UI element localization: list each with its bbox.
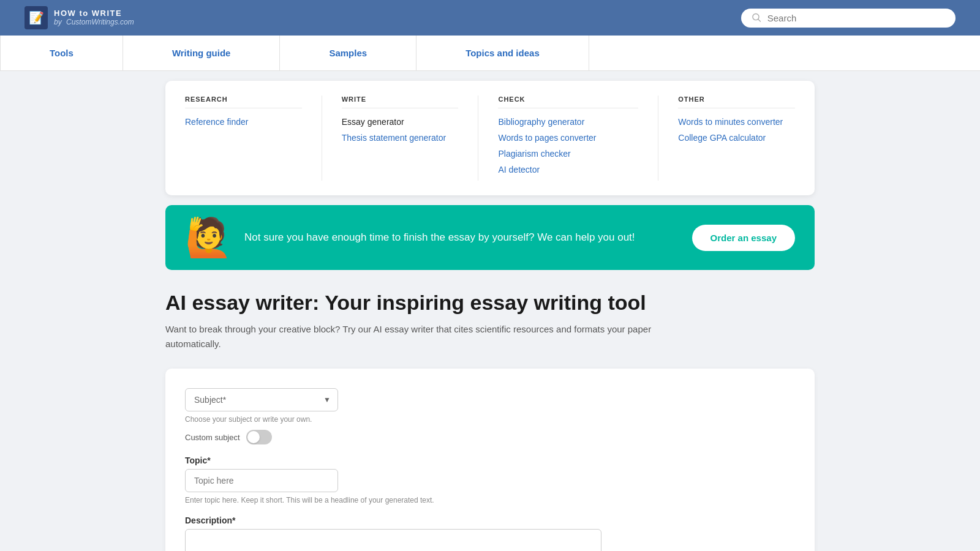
link-plagiarism-checker[interactable]: Plagiarism checker	[498, 149, 638, 159]
link-bibliography-generator[interactable]: Bibliography generator	[498, 117, 638, 127]
logo-by: by	[54, 18, 62, 26]
logo-icon: 📝	[24, 6, 48, 29]
subject-select[interactable]: Subject*	[185, 388, 338, 411]
section-title-check: CHECK	[498, 96, 638, 108]
logo-brand: CustomWritings.com	[66, 18, 134, 26]
custom-subject-row: Custom subject	[185, 430, 795, 444]
link-words-to-pages-converter[interactable]: Words to pages converter	[498, 133, 638, 143]
description-input[interactable]	[185, 529, 601, 551]
order-essay-button[interactable]: Order an essay	[692, 225, 795, 251]
section-title-research: RESEARCH	[185, 96, 302, 108]
search-bar[interactable]	[741, 9, 956, 28]
topic-hint: Enter topic here. Keep it short. This wi…	[185, 496, 491, 504]
promo-banner: 🙋 Not sure you have enough time to finis…	[165, 205, 815, 270]
dropdown-section-research: RESEARCH Reference finder	[185, 96, 322, 181]
topic-input[interactable]	[185, 469, 338, 492]
form-card: Subject* ▼ Choose your subject or write …	[165, 369, 815, 551]
link-college-gpa-calculator[interactable]: College GPA calculator	[678, 133, 795, 143]
nav-item-topics-and-ideas[interactable]: Topics and ideas	[417, 36, 589, 70]
section-title-write: WRITE	[342, 96, 459, 108]
custom-subject-label: Custom subject	[185, 433, 240, 442]
main-nav: Tools Writing guide Samples Topics and i…	[0, 36, 980, 71]
search-icon	[752, 13, 761, 23]
nav-item-samples[interactable]: Samples	[280, 36, 417, 70]
page-subtitle: Want to break through your creative bloc…	[165, 322, 692, 351]
description-label: Description*	[185, 515, 795, 525]
page-title: AI essay writer: Your inspiring essay wr…	[165, 291, 815, 315]
search-input[interactable]	[767, 13, 944, 23]
site-header: 📝 HOW to WRITE by CustomWritings.com	[0, 0, 980, 36]
link-reference-finder[interactable]: Reference finder	[185, 117, 302, 127]
dropdown-section-write: WRITE Essay generator Thesis statement g…	[322, 96, 478, 181]
logo-text: HOW to WRITE	[54, 9, 134, 18]
custom-subject-toggle[interactable]	[246, 430, 272, 444]
link-words-to-minutes-converter[interactable]: Words to minutes converter	[678, 117, 795, 127]
nav-item-writing-guide[interactable]: Writing guide	[123, 36, 281, 70]
section-title-other: OTHER	[678, 96, 795, 108]
subject-field-group: Subject* ▼ Choose your subject or write …	[185, 388, 795, 444]
dropdown-section-check: CHECK Bibliography generator Words to pa…	[478, 96, 658, 181]
banner-emoji: 🙋	[185, 219, 232, 257]
link-essay-generator[interactable]: Essay generator	[342, 117, 459, 127]
link-ai-detector[interactable]: AI detector	[498, 165, 638, 174]
banner-text: Not sure you have enough time to finish …	[244, 230, 680, 246]
svg-line-1	[758, 19, 761, 21]
subject-hint: Choose your subject or write your own.	[185, 415, 795, 424]
dropdown-section-other: OTHER Words to minutes converter College…	[658, 96, 795, 181]
logo[interactable]: 📝 HOW to WRITE by CustomWritings.com	[24, 6, 134, 29]
description-field-group: Description*	[185, 515, 795, 551]
subject-select-wrapper: Subject* ▼	[185, 388, 338, 411]
dropdown-panel: RESEARCH Reference finder WRITE Essay ge…	[165, 81, 815, 195]
link-thesis-statement-generator[interactable]: Thesis statement generator	[342, 133, 459, 143]
topic-field-group: Topic* Enter topic here. Keep it short. …	[185, 455, 795, 504]
logo-brand-line: by CustomWritings.com	[54, 18, 134, 26]
nav-item-tools[interactable]: Tools	[0, 36, 123, 70]
main-content: AI essay writer: Your inspiring essay wr…	[165, 285, 815, 551]
topic-label: Topic*	[185, 455, 795, 465]
